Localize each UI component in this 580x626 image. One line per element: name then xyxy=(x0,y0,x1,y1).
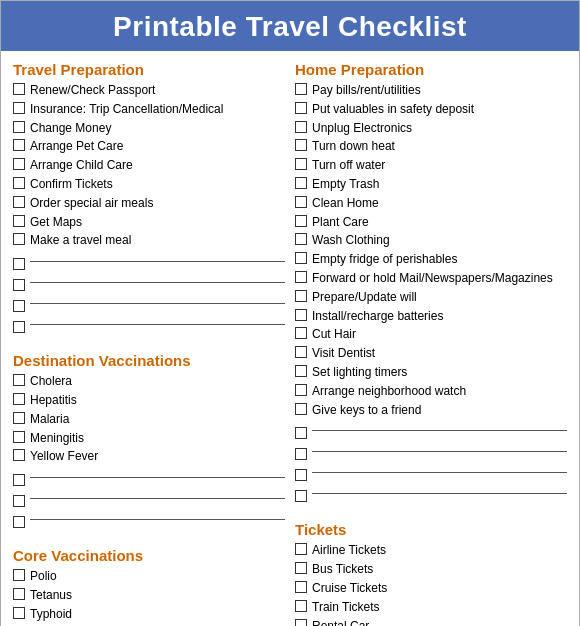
checkbox[interactable] xyxy=(13,139,25,151)
checkbox[interactable] xyxy=(295,403,307,415)
checkbox[interactable] xyxy=(295,233,307,245)
list-item[interactable]: Make a travel meal xyxy=(13,232,285,249)
checkbox[interactable] xyxy=(13,607,25,619)
checkbox[interactable] xyxy=(295,365,307,377)
checkbox[interactable] xyxy=(13,102,25,114)
list-item[interactable]: Cruise Tickets xyxy=(295,580,567,597)
list-item[interactable]: Hepatitis xyxy=(13,392,285,409)
list-item[interactable]: Get Maps xyxy=(13,214,285,231)
list-item[interactable]: Tetanus xyxy=(13,587,285,604)
checkbox[interactable] xyxy=(13,233,25,245)
list-item[interactable]: Rental Car xyxy=(295,618,567,626)
list-item[interactable]: Arrange Child Care xyxy=(13,157,285,174)
list-item[interactable]: Train Tickets xyxy=(295,599,567,616)
list-item[interactable]: Polio xyxy=(13,568,285,585)
list-item[interactable]: Clean Home xyxy=(295,195,567,212)
checkbox[interactable] xyxy=(295,177,307,189)
page: Printable Travel Checklist Travel Prepar… xyxy=(0,0,580,626)
list-item[interactable]: Wash Clothing xyxy=(295,232,567,249)
list-item[interactable]: Confirm Tickets xyxy=(13,176,285,193)
checkbox[interactable] xyxy=(295,346,307,358)
list-item[interactable]: Forward or hold Mail/Newspapers/Magazine… xyxy=(295,270,567,287)
list-item[interactable]: Insurance: Trip Cancellation/Medical xyxy=(13,101,285,118)
checkbox[interactable] xyxy=(13,449,25,461)
list-item[interactable]: Visit Dentist xyxy=(295,345,567,362)
core-vax-list: PolioTetanusTyphoidTyphus xyxy=(13,568,285,626)
blank-line xyxy=(295,442,567,460)
checkbox[interactable] xyxy=(13,431,25,443)
list-item[interactable]: Cut Hair xyxy=(295,326,567,343)
checkbox[interactable] xyxy=(295,543,307,555)
blank-underline xyxy=(30,315,285,325)
checkbox[interactable] xyxy=(295,215,307,227)
list-item[interactable]: Give keys to a friend xyxy=(295,402,567,419)
checkbox[interactable] xyxy=(295,271,307,283)
list-item[interactable]: Arrange Pet Care xyxy=(13,138,285,155)
checkbox[interactable] xyxy=(13,588,25,600)
checkbox[interactable] xyxy=(295,469,307,481)
list-item[interactable]: Cholera xyxy=(13,373,285,390)
checkbox[interactable] xyxy=(13,215,25,227)
checkbox[interactable] xyxy=(13,474,25,486)
checkbox[interactable] xyxy=(13,279,25,291)
checkbox[interactable] xyxy=(13,374,25,386)
checkbox[interactable] xyxy=(13,393,25,405)
checkbox[interactable] xyxy=(13,121,25,133)
list-item[interactable]: Malaria xyxy=(13,411,285,428)
list-item[interactable]: Put valuables in safety deposit xyxy=(295,101,567,118)
checkbox[interactable] xyxy=(295,427,307,439)
checkbox[interactable] xyxy=(295,252,307,264)
list-item[interactable]: Set lighting timers xyxy=(295,364,567,381)
list-item[interactable]: Change Money xyxy=(13,120,285,137)
checkbox[interactable] xyxy=(13,516,25,528)
list-item[interactable]: Yellow Fever xyxy=(13,448,285,465)
checkbox[interactable] xyxy=(13,158,25,170)
checkbox[interactable] xyxy=(295,600,307,612)
checkbox[interactable] xyxy=(13,196,25,208)
checkbox[interactable] xyxy=(295,562,307,574)
checkbox[interactable] xyxy=(13,495,25,507)
list-item[interactable]: Turn down heat xyxy=(295,138,567,155)
list-item[interactable]: Renew/Check Passport xyxy=(13,82,285,99)
list-item[interactable]: Bus Tickets xyxy=(295,561,567,578)
checkbox[interactable] xyxy=(13,569,25,581)
list-item[interactable]: Order special air meals xyxy=(13,195,285,212)
checkbox[interactable] xyxy=(13,258,25,270)
checkbox[interactable] xyxy=(295,384,307,396)
list-item[interactable]: Empty Trash xyxy=(295,176,567,193)
list-item[interactable]: Airline Tickets xyxy=(295,542,567,559)
checkbox[interactable] xyxy=(13,321,25,333)
checkbox[interactable] xyxy=(13,83,25,95)
list-item[interactable]: Turn off water xyxy=(295,157,567,174)
dest-vax-list: CholeraHepatitisMalariaMeningitisYellow … xyxy=(13,373,285,465)
item-label: Bus Tickets xyxy=(312,561,373,578)
list-item[interactable]: Empty fridge of perishables xyxy=(295,251,567,268)
checkbox[interactable] xyxy=(295,102,307,114)
checkbox[interactable] xyxy=(295,448,307,460)
checkbox[interactable] xyxy=(295,309,307,321)
item-label: Visit Dentist xyxy=(312,345,375,362)
checkbox[interactable] xyxy=(295,121,307,133)
list-item[interactable]: Typhoid xyxy=(13,606,285,623)
list-item[interactable]: Prepare/Update will xyxy=(295,289,567,306)
list-item[interactable]: Plant Care xyxy=(295,214,567,231)
checkbox[interactable] xyxy=(295,83,307,95)
item-label: Meningitis xyxy=(30,430,84,447)
list-item[interactable]: Unplug Electronics xyxy=(295,120,567,137)
checkbox[interactable] xyxy=(295,327,307,339)
dest-vax-title: Destination Vaccinations xyxy=(13,352,285,369)
checkbox[interactable] xyxy=(295,581,307,593)
list-item[interactable]: Install/recharge batteries xyxy=(295,308,567,325)
list-item[interactable]: Pay bills/rent/utilities xyxy=(295,82,567,99)
checkbox[interactable] xyxy=(13,177,25,189)
checkbox[interactable] xyxy=(13,300,25,312)
checkbox[interactable] xyxy=(295,158,307,170)
checkbox[interactable] xyxy=(295,196,307,208)
checkbox[interactable] xyxy=(295,490,307,502)
checkbox[interactable] xyxy=(295,139,307,151)
checkbox[interactable] xyxy=(295,619,307,626)
list-item[interactable]: Meningitis xyxy=(13,430,285,447)
checkbox[interactable] xyxy=(13,412,25,424)
checkbox[interactable] xyxy=(295,290,307,302)
list-item[interactable]: Arrange neighborhood watch xyxy=(295,383,567,400)
